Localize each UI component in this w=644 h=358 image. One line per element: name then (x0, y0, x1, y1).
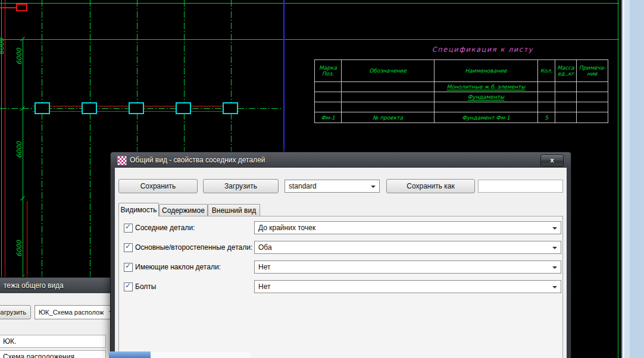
chevron-down-icon (552, 227, 557, 232)
name-field[interactable]: ЮК. (0, 335, 106, 348)
spec-header: Наименование (434, 60, 538, 82)
tab-visibility[interactable]: Видимость (118, 203, 159, 216)
dialog-title: тежа общего вида (4, 281, 64, 290)
load-button[interactable]: Загрузить (203, 179, 279, 193)
grid-hline-top (0, 3, 619, 4)
checkbox-main-secondary[interactable]: ✓ (124, 243, 133, 252)
checkbox-bolts[interactable]: ✓ (124, 282, 133, 291)
foundation-square (176, 102, 191, 114)
check-icon: ✓ (125, 262, 131, 270)
check-icon: ✓ (125, 222, 131, 231)
red-top-segment (0, 7, 17, 8)
combobox-main-secondary[interactable]: Оба (254, 241, 561, 254)
adjacent-parts-dialog: Общий вид - свойства соседних деталей x … (110, 152, 571, 358)
dialog-client: Загрузить ЮК_Схема располож ЮК. Схема ра… (0, 293, 113, 358)
dimension-label: 6000 (15, 137, 23, 163)
spec-cell (538, 92, 555, 102)
spec-table: Марка Поз. Обозначение Наименование Кол.… (314, 59, 608, 123)
name-field-value: ЮК. (3, 337, 16, 346)
scheme-combobox[interactable]: ЮК_Схема располож (35, 305, 114, 319)
grid-hline-upper (0, 39, 619, 40)
foundation-square (35, 102, 50, 114)
spec-cell (315, 92, 342, 102)
spec-cell (577, 102, 608, 112)
dimension-label: 6000 (15, 235, 23, 262)
spec-cell (342, 82, 434, 92)
dialog-titlebar[interactable]: Общий вид - свойства соседних деталей x (111, 152, 571, 168)
spec-cell: 5 (538, 112, 555, 123)
preset-combobox-value: standard (289, 182, 317, 190)
spec-cell (434, 102, 538, 112)
spec-cell (342, 92, 434, 102)
cad-workspace: 6000 6000 6000 6000 Спецификация к листу… (0, 0, 644, 358)
app-icon (117, 156, 127, 165)
background-dialog: тежа общего вида Загрузить ЮК_Схема расп… (0, 277, 114, 358)
dialog-title: Общий вид - свойства соседних деталей (130, 156, 265, 164)
spec-cell (315, 82, 342, 92)
foundation-square (82, 102, 97, 114)
checkbox-sloped-parts[interactable]: ✓ (124, 263, 133, 272)
spec-cell (577, 82, 608, 92)
spec-cell (342, 102, 434, 112)
save-as-button[interactable]: Сохранить как (386, 179, 475, 193)
spec-cell (315, 102, 342, 112)
spec-header: Кол. (538, 60, 555, 82)
combobox-value: Нет (258, 282, 270, 291)
checkbox-adjacent-parts[interactable]: ✓ (124, 224, 133, 233)
spec-cell: Фундаменты (434, 92, 538, 102)
dimension-label-clipped: 6000 (0, 33, 5, 59)
window-fragment-white (151, 352, 251, 358)
label-bolts: Болты (135, 282, 156, 291)
combobox-sloped-parts[interactable]: Нет (254, 260, 561, 274)
dialog-client: Сохранить Загрузить standard Сохранить к… (115, 168, 567, 358)
drawing-frame-right-line (618, 0, 618, 358)
chevron-down-icon (552, 286, 557, 291)
label-sloped-parts: Имеющие наклон детали: (135, 263, 221, 271)
chevron-down-icon (552, 247, 557, 252)
description-field-value: Схема расположения ... (3, 353, 82, 358)
spec-header: Примеча- ние (577, 60, 608, 82)
combobox-value: Оба (258, 243, 272, 252)
chevron-down-icon (371, 186, 376, 190)
visibility-tab-panel: ✓ Соседние детали: До крайних точек ✓ Ос… (118, 216, 563, 358)
spec-cell (577, 112, 608, 123)
spec-cell (538, 82, 555, 92)
red-marker-box (16, 4, 27, 11)
tab-appearance[interactable]: Внешний вид (208, 204, 260, 216)
spec-cell (538, 102, 555, 112)
spec-cell (555, 102, 577, 112)
combobox-value: До крайних точек (258, 224, 315, 232)
spec-cell: № проекта (342, 112, 434, 123)
spec-cell (555, 92, 577, 102)
check-icon: ✓ (125, 281, 131, 290)
scheme-combobox-value: ЮК_Схема располож (39, 309, 104, 316)
foundation-square (129, 102, 144, 114)
description-field[interactable]: Схема расположения ... (0, 350, 106, 358)
preset-name-input[interactable] (478, 180, 563, 193)
window-fragment-blue (109, 351, 151, 358)
spec-header: Марка Поз. (315, 60, 342, 82)
spec-cell (555, 82, 577, 92)
dialog-titlebar[interactable]: тежа общего вида (0, 278, 113, 293)
combobox-adjacent-parts[interactable]: До крайних точек (254, 221, 561, 234)
label-main-secondary: Основные/второстепенные детали: (135, 243, 252, 252)
tab-content[interactable]: Содержимое (159, 204, 208, 216)
close-icon: x (550, 156, 554, 164)
foundation-square (223, 102, 238, 114)
spec-header: Масса ед.,кг (555, 60, 577, 82)
save-button[interactable]: Сохранить (118, 179, 198, 193)
spec-cell (555, 112, 577, 123)
spec-header: Обозначение (342, 60, 434, 82)
dimension-label: 6000 (15, 43, 23, 70)
combobox-value: Нет (258, 263, 270, 271)
close-button[interactable]: x (540, 155, 564, 167)
spec-cell (577, 92, 608, 102)
spec-table-title: Спецификация к листу (420, 45, 545, 54)
spec-cell: Фундамент Фм-1 (434, 112, 538, 123)
combobox-bolts[interactable]: Нет (254, 280, 561, 293)
preset-combobox[interactable]: standard (285, 180, 380, 193)
load-button[interactable]: Загрузить (0, 305, 31, 319)
label-adjacent-parts: Соседние детали: (135, 224, 195, 232)
right-window-edge (621, 0, 644, 358)
check-icon: ✓ (125, 242, 131, 250)
